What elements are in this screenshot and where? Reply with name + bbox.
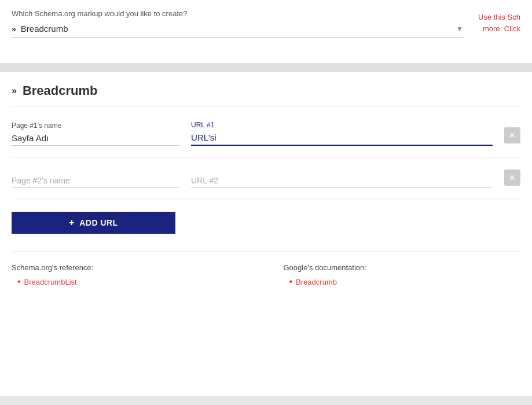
breadcrumb-row-1: Page #1's name URL #1 ✕ bbox=[12, 121, 520, 158]
schema-reference-block: Schema.org's reference: • BreadcrumbList bbox=[12, 263, 249, 287]
reference-section: Schema.org's reference: • BreadcrumbList… bbox=[12, 251, 520, 287]
add-url-label: ADD URL bbox=[79, 218, 118, 227]
top-section: Which Schema.org markup would you like t… bbox=[0, 0, 532, 64]
name-input-1[interactable] bbox=[12, 133, 179, 146]
remove-row-2-button[interactable]: ✕ bbox=[504, 170, 520, 186]
bullet-icon-2: • bbox=[289, 277, 293, 287]
remove-row-1-button[interactable]: ✕ bbox=[504, 127, 520, 143]
name-input-2[interactable] bbox=[12, 175, 179, 188]
section-divider bbox=[0, 64, 532, 72]
google-ref-label: Google's documentation: bbox=[284, 263, 521, 272]
section-title-bar: » Breadcrumb bbox=[12, 83, 520, 107]
url-input-2[interactable] bbox=[191, 175, 493, 188]
page-title: Breadcrumb bbox=[23, 83, 98, 98]
add-url-button[interactable]: + ADD URL bbox=[12, 212, 175, 234]
google-reference-block: Google's documentation: • Breadcrumb bbox=[284, 263, 521, 287]
dropdown-arrow-icon: ▼ bbox=[456, 25, 463, 33]
helper-text: Use this Sch more. Click bbox=[463, 9, 520, 34]
schema-ref-link[interactable]: BreadcrumbList bbox=[24, 278, 77, 286]
name-field-group-1: Page #1's name bbox=[12, 122, 179, 146]
schema-select-value: Breadcrumb bbox=[21, 24, 456, 34]
section-chevron-icon: » bbox=[12, 86, 17, 96]
google-ref-list: • Breadcrumb bbox=[284, 277, 521, 287]
schema-ref-list-item: • BreadcrumbList bbox=[17, 277, 249, 287]
top-left: Which Schema.org markup would you like t… bbox=[12, 9, 463, 38]
url-input-1[interactable] bbox=[191, 132, 493, 146]
breadcrumb-row-2: ✕ bbox=[12, 170, 520, 200]
schema-ref-label: Schema.org's reference: bbox=[12, 263, 249, 272]
google-ref-list-item: • Breadcrumb bbox=[289, 277, 521, 287]
url-field-group-2 bbox=[191, 175, 493, 188]
url-field-group-1: URL #1 bbox=[191, 121, 493, 146]
plus-icon: + bbox=[69, 218, 75, 228]
google-ref-link[interactable]: Breadcrumb bbox=[296, 278, 337, 286]
chevron-icon: » bbox=[12, 24, 16, 34]
name-label-1: Page #1's name bbox=[12, 122, 179, 130]
name-field-group-2 bbox=[12, 175, 179, 188]
schema-ref-list: • BreadcrumbList bbox=[12, 277, 249, 287]
schema-select-wrapper[interactable]: » Breadcrumb ▼ bbox=[12, 24, 463, 38]
schema-question-label: Which Schema.org markup would you like t… bbox=[12, 9, 463, 18]
url-label-1: URL #1 bbox=[191, 121, 493, 129]
main-section: » Breadcrumb Page #1's name URL #1 ✕ ✕ +… bbox=[0, 72, 532, 396]
bullet-icon: • bbox=[17, 277, 21, 287]
